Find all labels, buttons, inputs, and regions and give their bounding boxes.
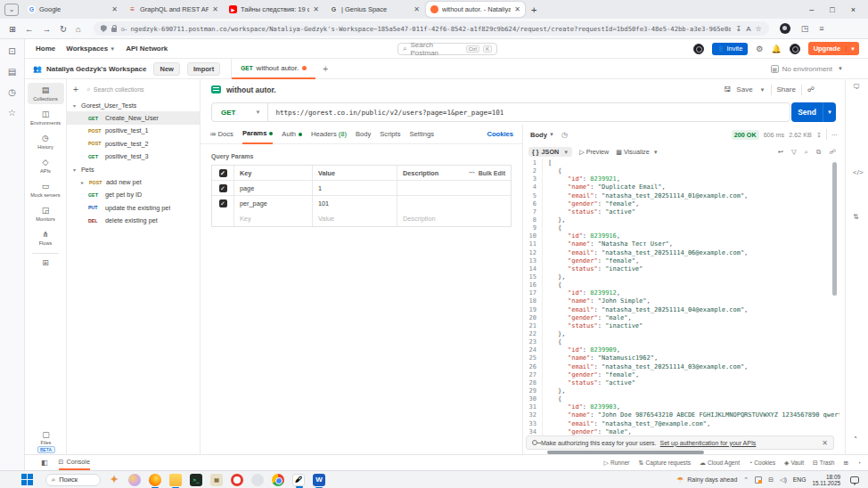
collection-request[interactable]: GETCreate_New_User <box>67 111 200 124</box>
wrap-lines-icon[interactable]: ↩ <box>778 148 783 157</box>
select-all-checkbox[interactable]: ✓ <box>219 169 227 177</box>
tab-auth[interactable]: Auth <box>282 125 302 144</box>
taskbar-app-chrome[interactable] <box>272 474 284 486</box>
response-body-tab[interactable]: Body <box>530 131 547 139</box>
lock-icon[interactable] <box>111 28 117 32</box>
panel-toggle-icon[interactable]: ◧ <box>41 459 48 467</box>
weather-widget[interactable]: ☂ Rainy days ahead <box>676 476 737 484</box>
minimize-button[interactable]: – <box>809 5 814 14</box>
console-grid-icon[interactable]: ⊞ <box>843 460 848 467</box>
postman-search[interactable]: ⌕ Search Postman Ctrl K <box>397 43 497 55</box>
response-more-icon[interactable]: ⋯ <box>831 131 838 139</box>
nav-home[interactable]: Home <box>36 45 55 53</box>
param-key[interactable]: page <box>233 181 312 195</box>
browser-tab[interactable]: ▶Тайны следствия: 19 сезон, 1-✕ <box>225 2 323 17</box>
visualize-button[interactable]: ▦Visualize <box>616 148 649 156</box>
save-button[interactable]: Save <box>736 85 752 94</box>
collection-request[interactable]: POSTpositive_test_1 <box>67 125 200 137</box>
environment-selector[interactable]: ▦ No environment ▼ <box>771 65 868 73</box>
browser-tab[interactable]: GGoogle✕ <box>23 2 122 17</box>
rail-item-environments[interactable]: ◫Environments <box>28 107 64 128</box>
banner-close-icon[interactable]: ✕ <box>822 439 828 447</box>
collection-folder[interactable]: ▾Gorest_User_Tests <box>67 99 200 111</box>
help-icon[interactable]: ◔ <box>853 434 857 442</box>
console-cookies[interactable]: ◔Cookies <box>749 460 775 466</box>
taskbar-app-opera[interactable] <box>231 474 243 486</box>
visualize-caret[interactable]: ▼ <box>653 150 659 155</box>
collection-request[interactable]: DELdelete existing pet <box>67 215 200 227</box>
taskbar-app-word[interactable]: W <box>313 474 325 486</box>
collection-request[interactable]: GETget pet by ID <box>67 189 200 201</box>
import-button[interactable]: Import <box>187 62 220 76</box>
tab-settings[interactable]: Settings <box>410 125 434 144</box>
sidebar-toggle-icon[interactable]: ⊞ <box>9 24 16 34</box>
more-icon[interactable]: ⋯ <box>469 169 475 176</box>
upgrade-button[interactable]: Upgrade▼ <box>808 42 859 55</box>
add-request-tab-button[interactable]: + <box>323 64 328 74</box>
reload-icon[interactable]: ↻ <box>60 24 67 34</box>
collection-folder[interactable]: ▾Pets <box>67 163 200 175</box>
collection-request[interactable]: POSTpositive_test_2 <box>67 137 200 150</box>
vertical-scrollbar[interactable] <box>832 162 837 296</box>
chevron-down-icon[interactable]: ▾ <box>73 102 78 109</box>
tab-list-icon[interactable]: ⌄ <box>4 4 19 16</box>
chevron-right-icon[interactable]: ▸ <box>81 179 86 185</box>
user-avatar[interactable] <box>790 44 800 54</box>
back-icon[interactable]: ← <box>25 24 34 34</box>
workspace-name[interactable]: Nataliya Gedzyk's Workspace <box>46 65 146 73</box>
history-icon[interactable]: ◷ <box>8 87 16 97</box>
tray-expand-icon[interactable]: ⌃ <box>743 476 749 484</box>
taskbar-app-file-explorer[interactable] <box>169 474 182 486</box>
tab-docs[interactable]: ≔Docs <box>209 125 233 144</box>
banner-link[interactable]: Set up authentication for your APIs <box>660 440 757 446</box>
param-description[interactable] <box>397 181 511 195</box>
menu-icon[interactable]: ≡ <box>819 24 823 33</box>
chevron-down-icon[interactable]: ▾ <box>73 167 78 173</box>
new-button[interactable]: New <box>153 62 179 76</box>
rail-item-collections[interactable]: ▤Collections <box>28 83 64 104</box>
param-value[interactable]: 1 <box>312 181 397 195</box>
save-page-icon[interactable]: ↧ <box>735 25 741 33</box>
param-value[interactable]: 101 <box>312 196 397 211</box>
rail-item-history[interactable]: ◷History <box>28 131 64 152</box>
share-button[interactable]: Share <box>777 85 796 94</box>
save-response-icon[interactable]: ↧ <box>816 131 822 139</box>
network-icon[interactable]: ⊟ <box>768 476 774 484</box>
new-tab-button[interactable]: + <box>531 4 536 15</box>
row-checkbox[interactable]: ✓ <box>219 184 227 192</box>
bookmarks-icon[interactable]: ☆ <box>8 108 16 118</box>
format-selector[interactable]: { }JSON▼ <box>528 147 572 157</box>
console-button[interactable]: ⊡Console <box>59 455 90 470</box>
bulk-edit-button[interactable]: Bulk Edit <box>479 170 505 176</box>
request-tab[interactable]: GET without autor. <box>232 59 315 79</box>
status-badge[interactable]: 200 OK <box>732 130 759 140</box>
method-caret[interactable]: ▼ <box>255 110 260 115</box>
profile-avatar[interactable] <box>780 23 790 34</box>
bell-icon[interactable]: 🔔 <box>771 45 781 53</box>
collection-request[interactable]: ▸POSTadd new pet <box>67 175 200 188</box>
rail-add-icon[interactable]: ⊞ <box>42 258 49 267</box>
start-button[interactable] <box>21 474 33 485</box>
collections-search-input[interactable]: ⌕ Search collections <box>85 83 196 95</box>
history-clock-icon[interactable]: ◷ <box>561 131 568 139</box>
url-text[interactable]: ngedzyk-690711.postman.co/workspace/Nata… <box>130 25 731 33</box>
panel-icon[interactable]: ⊡ <box>8 46 15 56</box>
filter-icon[interactable]: ▽ <box>791 148 797 157</box>
clock[interactable]: 18:09 15.11.2025 <box>812 474 840 486</box>
browser-tab[interactable]: ≡GraphQL and REST API for Testi✕ <box>124 2 223 17</box>
collection-request[interactable]: PUTupdate the existing pet <box>67 201 200 214</box>
table-row[interactable]: ✓page1 <box>212 181 511 196</box>
nav-api-network[interactable]: API Network <box>126 45 168 53</box>
browser-tab[interactable]: without autor. - Nataliya Gedzy✕ <box>426 2 525 17</box>
request-title[interactable]: without autor. <box>226 85 276 94</box>
comment-icon[interactable]: 🗨 <box>853 83 860 91</box>
rail-item-mock-servers[interactable]: ▭Mock servers <box>28 179 64 200</box>
rail-item-flows[interactable]: ⋔Flows <box>28 227 64 248</box>
cookies-link[interactable]: Cookies <box>487 130 513 138</box>
arrows-icon[interactable]: ⇅ <box>853 213 859 221</box>
param-key[interactable]: per_page <box>233 196 312 211</box>
taskbar-search[interactable]: ⌕ Поиск <box>45 474 101 486</box>
tab-scripts[interactable]: Scripts <box>380 125 400 144</box>
taskbar-app-copilot-spark[interactable]: ✦ <box>108 474 120 486</box>
request-url-input[interactable]: https://gorest.co.in/public/v2/users?pag… <box>275 109 504 117</box>
